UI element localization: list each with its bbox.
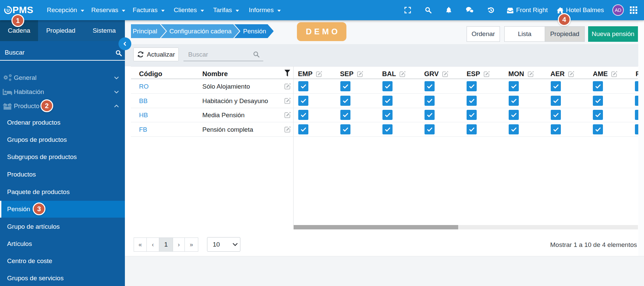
svg-text:U: U: [6, 8, 9, 13]
